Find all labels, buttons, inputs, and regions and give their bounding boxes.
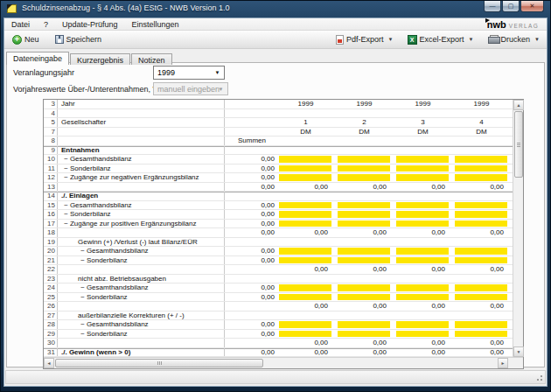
minimize-button[interactable]: — [484, 1, 501, 12]
menu-item-einstellungen[interactable]: Einstellungen [132, 20, 179, 29]
horizontal-scroll-thumb[interactable] [55, 359, 263, 368]
sum-cell [225, 339, 279, 347]
row-number: 20 [44, 247, 58, 256]
row-number: 3 [44, 100, 58, 108]
print-icon [488, 35, 499, 44]
sum-cell: 0,00 [225, 320, 279, 329]
input-cell-r11-c4[interactable] [455, 165, 507, 172]
input-cell-r28-c2[interactable] [338, 321, 390, 328]
excel-export-label: Excel-Export [420, 35, 464, 44]
value-cell: 0,00 [455, 348, 508, 357]
input-cell-r12-c2[interactable] [338, 174, 390, 181]
scroll-right-icon[interactable] [498, 358, 508, 368]
row-number: 15 [44, 201, 58, 210]
veranlagungsjahr-value: 1999 [157, 68, 175, 77]
input-cell-r29-c4[interactable] [455, 331, 507, 338]
scroll-down-icon[interactable] [513, 346, 524, 357]
speichern-button[interactable]: Speichern [52, 33, 106, 46]
row-number: 29 [44, 330, 58, 339]
grid-row-8: 8Summen [44, 136, 513, 146]
neu-button[interactable]: Neu [9, 33, 43, 46]
sum-cell [225, 128, 279, 136]
input-cell-r28-c4[interactable] [455, 321, 507, 328]
menu-item-datei[interactable]: Datei [11, 20, 30, 29]
input-cell-r15-c4[interactable] [455, 202, 507, 209]
scroll-left-icon[interactable] [44, 358, 54, 368]
input-cell-r24-c3[interactable] [396, 284, 449, 291]
input-cell-r20-c1[interactable] [279, 248, 331, 255]
input-cell-r11-c3[interactable] [396, 165, 449, 172]
input-cell-slot [455, 284, 508, 292]
input-cell-r20-c4[interactable] [455, 248, 507, 255]
input-cell-r25-c1[interactable] [279, 294, 331, 301]
input-cell-r20-c2[interactable] [338, 248, 390, 255]
menu-item-update-pruefung[interactable]: Update-Prüfung [62, 20, 118, 29]
excel-export-button[interactable]: Excel-Export [404, 33, 478, 46]
dropdown-arrow-icon[interactable] [534, 37, 540, 42]
input-cell-r21-c1[interactable] [279, 257, 331, 264]
pdf-export-button[interactable]: Pdf-Export [332, 33, 396, 46]
input-cell-r21-c2[interactable] [338, 257, 390, 264]
input-cell-r10-c1[interactable] [279, 156, 331, 163]
input-cell-r24-c1[interactable] [279, 284, 331, 291]
input-cell-r25-c4[interactable] [455, 294, 507, 301]
input-cell-r17-c4[interactable] [455, 220, 507, 228]
chevron-down-icon[interactable] [212, 67, 223, 78]
veranlagungsjahr-select[interactable]: 1999 [153, 66, 225, 80]
input-cell-r12-c1[interactable] [279, 174, 331, 181]
input-cell-r11-c1[interactable] [279, 165, 331, 172]
scroll-up-icon[interactable] [513, 100, 524, 110]
input-cell-r21-c3[interactable] [396, 257, 449, 264]
input-cell-r10-c2[interactable] [338, 156, 390, 163]
vertical-scroll-thumb[interactable] [514, 111, 523, 178]
input-cell-r20-c3[interactable] [396, 248, 449, 255]
row-number: 28 [44, 320, 58, 329]
input-cell-r25-c3[interactable] [396, 294, 449, 301]
drucken-button[interactable]: Drucken [485, 33, 543, 46]
row-number: 24 [44, 284, 58, 292]
input-cell-r17-c1[interactable] [279, 220, 331, 228]
input-cell-slot [338, 173, 391, 182]
input-cell-r24-c4[interactable] [455, 284, 507, 291]
menu-item-hilfe[interactable]: ? [44, 20, 48, 29]
input-cell-r10-c4[interactable] [455, 156, 507, 163]
input-cell-r12-c3[interactable] [396, 174, 449, 181]
maximize-button[interactable]: ▢ [502, 1, 520, 12]
partner-number: 2 [338, 118, 391, 127]
input-cell-r29-c1[interactable] [279, 331, 331, 338]
value-cell: 0,00 [279, 302, 332, 311]
input-cell-r21-c4[interactable] [455, 257, 507, 264]
input-cell-r10-c3[interactable] [396, 156, 449, 163]
sum-cell [225, 265, 279, 274]
year-header: 1999 [279, 100, 332, 108]
close-button[interactable]: ✕ [520, 1, 544, 12]
value-cell: 0,00 [396, 183, 450, 192]
input-cell-r29-c3[interactable] [396, 331, 449, 338]
tab-kurzergebnis[interactable]: Kurzergebnis [70, 53, 130, 65]
resize-grip[interactable] [534, 373, 543, 382]
input-cell-r17-c2[interactable] [338, 220, 390, 228]
input-cell-r15-c1[interactable] [279, 202, 331, 209]
input-cell-r16-c1[interactable] [279, 211, 331, 218]
input-cell-r16-c4[interactable] [455, 211, 507, 218]
input-cell-r15-c3[interactable] [396, 202, 449, 209]
input-cell-r17-c3[interactable] [396, 220, 449, 228]
input-cell-r16-c3[interactable] [396, 211, 449, 218]
tab-dateneingabe[interactable]: Dateneingabe [6, 52, 69, 65]
input-cell-r29-c2[interactable] [338, 331, 390, 338]
input-cell-r11-c2[interactable] [338, 165, 390, 172]
input-cell-r24-c2[interactable] [338, 284, 390, 291]
input-cell-r25-c2[interactable] [338, 294, 390, 301]
input-cell-r16-c2[interactable] [338, 211, 390, 218]
input-cell-r12-c4[interactable] [455, 174, 507, 181]
input-cell-r28-c1[interactable] [279, 321, 331, 328]
veranlagungsjahr-label: Veranlagungsjahr [13, 68, 74, 77]
year-header: 1999 [396, 100, 450, 108]
input-cell-r15-c2[interactable] [338, 202, 390, 209]
row-number: 12 [44, 173, 58, 182]
dropdown-arrow-icon[interactable] [469, 37, 474, 42]
input-cell-r28-c3[interactable] [396, 321, 449, 328]
dropdown-arrow-icon[interactable] [388, 37, 394, 42]
tab-notizen[interactable]: Notizen [131, 53, 172, 65]
unit-label: DM [455, 128, 508, 136]
